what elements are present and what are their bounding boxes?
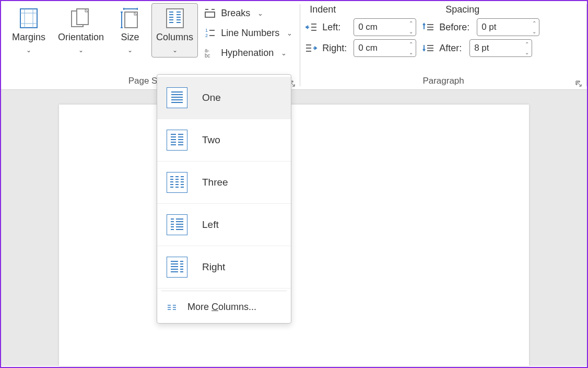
document-page[interactable] [59,105,529,366]
columns-option-two-label: Two [202,134,220,146]
line-numbers-button[interactable]: 1 2 Line Numbers ⌄ [201,25,296,41]
columns-option-two[interactable]: Two [157,119,291,162]
columns-option-left-label: Left [202,219,219,231]
dropdown-separator [161,291,287,291]
spacing-after-icon [421,42,435,54]
indent-heading: Indent [310,4,336,15]
indent-right-icon [304,42,318,54]
right-column-icon [167,257,187,278]
columns-option-one-label: One [202,92,221,104]
chevron-down-icon: ⌄ [26,47,31,54]
more-columns-icon [167,303,177,312]
indent-left-input[interactable] [354,22,406,32]
svg-rect-0 [20,9,37,28]
spin-up[interactable]: ⌃ [522,40,532,48]
spacing-before-icon [421,21,435,33]
spin-up[interactable]: ⌃ [406,19,416,27]
chevron-down-icon: ⌄ [172,47,178,54]
svg-rect-27 [205,12,215,17]
indent-right-input[interactable] [354,43,406,53]
more-columns-label: More Columns... [187,302,256,313]
indent-right-label: Right: [322,43,349,54]
spacing-before-label: Before: [439,22,473,33]
indent-left-icon [304,21,318,33]
orientation-icon [69,7,92,30]
columns-option-right[interactable]: Right [157,246,291,289]
spacing-heading: Spacing [445,4,479,15]
columns-option-three-label: Three [202,177,228,188]
spin-down[interactable]: ⌄ [406,48,416,56]
two-column-icon [167,130,187,151]
margins-button[interactable]: Margins ⌄ [7,3,50,58]
spin-up[interactable]: ⌃ [406,40,416,48]
indent-left-spinbox[interactable]: ⌃⌄ [354,18,416,36]
columns-button[interactable]: Columns ⌄ [151,3,198,58]
line-numbers-icon: 1 2 [204,27,216,39]
spacing-before-input[interactable] [477,22,530,32]
svg-rect-14 [167,9,183,28]
size-button[interactable]: Size ⌄ [112,3,148,58]
columns-label: Columns [156,32,193,43]
chevron-down-icon: ⌄ [127,47,133,54]
spacing-before-spinbox[interactable]: ⌃⌄ [477,18,539,36]
breaks-button[interactable]: Breaks ⌄ [201,5,296,21]
line-numbers-label: Line Numbers [221,28,279,39]
orientation-label: Orientation [58,32,104,43]
svg-text:2: 2 [205,33,208,38]
indent-left-label: Left: [322,22,349,33]
spin-up[interactable]: ⌃ [530,19,539,27]
spacing-after-spinbox[interactable]: ⌃⌄ [469,39,532,57]
more-columns-button[interactable]: More Columns... [157,293,291,321]
document-area [1,90,587,366]
orientation-button[interactable]: Orientation ⌄ [53,3,109,58]
margins-icon [17,7,40,30]
columns-option-three[interactable]: Three [157,162,291,204]
spin-down[interactable]: ⌄ [530,27,539,36]
size-label: Size [121,32,139,43]
margins-label: Margins [12,32,45,43]
svg-text:1: 1 [205,28,208,33]
chevron-down-icon: ⌄ [78,47,84,54]
breaks-icon [204,7,216,19]
chevron-down-icon: ⌄ [287,29,292,37]
paragraph-group-label: Paragraph [422,76,464,86]
columns-icon [163,7,186,30]
spin-down[interactable]: ⌄ [406,27,416,36]
hyphenation-button[interactable]: a- bc Hyphenation ⌄ [201,45,296,61]
hyphenation-icon: a- bc [204,47,216,59]
svg-text:bc: bc [205,53,210,58]
breaks-label: Breaks [221,8,250,19]
left-column-icon [167,214,187,235]
chevron-down-icon: ⌄ [281,49,287,57]
spacing-after-input[interactable] [470,43,522,53]
size-icon [119,7,142,30]
spacing-after-label: After: [439,43,465,54]
columns-option-left[interactable]: Left [157,204,291,246]
one-column-icon [167,87,187,108]
indent-right-spinbox[interactable]: ⌃⌄ [354,39,416,57]
spin-down[interactable]: ⌄ [522,48,532,56]
paragraph-dialog-launcher[interactable] [575,79,582,86]
columns-option-one[interactable]: One [157,77,291,119]
chevron-down-icon: ⌄ [257,9,263,17]
columns-dropdown: One Two [157,74,291,324]
columns-option-right-label: Right [202,261,225,273]
hyphenation-label: Hyphenation [221,48,274,59]
three-column-icon [167,172,187,193]
